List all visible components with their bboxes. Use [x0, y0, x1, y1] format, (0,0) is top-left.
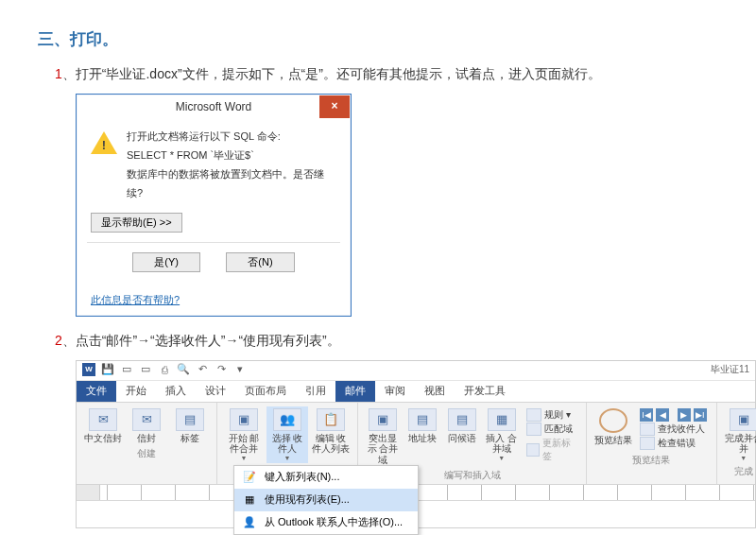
- dialog-line-1: 打开此文档将运行以下 SQL 命令:: [127, 128, 336, 147]
- close-button[interactable]: ×: [319, 95, 350, 118]
- envelope-icon: ✉: [132, 408, 161, 431]
- step-2-text: 、点击“邮件”→“选择收件人”→“使用现有列表”。: [62, 333, 340, 348]
- rules-button[interactable]: 规则 ▾: [526, 408, 576, 422]
- select-recipients-button[interactable]: 👥选择 收件人▼: [266, 406, 308, 463]
- tab-design[interactable]: 设计: [196, 381, 235, 402]
- tab-review[interactable]: 审阅: [375, 381, 415, 402]
- word-titlebar: W 💾 ▭ ▭ ⎙ 🔍 ↶ ↷ ▾ 毕业证11: [77, 361, 755, 381]
- envelope-button[interactable]: ✉信封: [126, 406, 167, 446]
- labels-button[interactable]: ▤标签: [169, 406, 211, 446]
- tab-file[interactable]: 文件: [77, 381, 116, 402]
- print-icon[interactable]: ⎙: [158, 363, 171, 376]
- show-help-button[interactable]: 显示帮助(E) >>: [91, 213, 182, 233]
- chevron-down-icon: ▼: [498, 455, 505, 461]
- save-icon[interactable]: 💾: [101, 363, 114, 376]
- finish-merge-button[interactable]: ▣完成并合并▼: [723, 406, 756, 463]
- start-merge-icon: ▣: [230, 408, 258, 431]
- menu-type-new-list[interactable]: 📝键入新列表(N)...: [234, 466, 418, 489]
- new-icon[interactable]: ▭: [139, 363, 152, 376]
- section-heading: 三、打印。: [38, 28, 718, 50]
- outlook-icon: 👤: [242, 515, 257, 530]
- check-errors-button[interactable]: 检查错误: [640, 437, 707, 450]
- insert-merge-field-button[interactable]: ▦插入 合并域▼: [483, 406, 521, 468]
- group-finish: ▣完成并合并▼ 完成: [717, 403, 756, 485]
- preview-results-icon: [599, 408, 627, 433]
- dialog-title: Microsoft Word: [77, 95, 350, 118]
- dialog-line-3: 数据库中的数据将被放置到文档中。是否继续?: [127, 165, 336, 203]
- yes-button[interactable]: 是(Y): [132, 252, 200, 272]
- highlight-fields-button[interactable]: ▣突出显示 合并域: [364, 406, 402, 468]
- group-preview-label: 预览结果: [632, 454, 670, 467]
- tab-insert[interactable]: 插入: [156, 381, 196, 402]
- group-create-label: 创建: [137, 447, 156, 460]
- group-preview: 预览结果 I◀◀ ▶▶I 查找收件人 检查错误 预览结果: [587, 403, 717, 485]
- find-icon: [640, 423, 655, 436]
- start-mail-merge-button[interactable]: ▣开始 邮件合并▼: [223, 406, 265, 463]
- finish-icon: ▣: [730, 408, 756, 431]
- undo-icon[interactable]: ↶: [196, 363, 209, 376]
- dialog-help-link[interactable]: 此信息是否有帮助?: [77, 289, 350, 315]
- match-fields-button[interactable]: 匹配域: [526, 423, 576, 436]
- chevron-down-icon: ▼: [284, 455, 291, 461]
- highlight-icon: ▣: [369, 408, 397, 431]
- redo-icon[interactable]: ↷: [215, 363, 228, 376]
- tab-view[interactable]: 视图: [415, 381, 455, 402]
- greeting-line-button[interactable]: ▤问候语: [443, 406, 481, 468]
- chinese-envelope-button[interactable]: ✉中文信封: [82, 406, 124, 446]
- insert-field-icon: ▦: [488, 408, 516, 431]
- select-recipients-icon: 👥: [273, 408, 301, 431]
- document-title: 毕业证11: [711, 363, 749, 376]
- step-1-number: 1: [55, 66, 62, 81]
- tab-developer[interactable]: 开发工具: [455, 381, 515, 402]
- no-button[interactable]: 否(N): [226, 252, 294, 272]
- quick-access-toolbar: W 💾 ▭ ▭ ⎙ 🔍 ↶ ↷ ▾: [77, 361, 755, 378]
- chevron-down-icon: ▼: [241, 455, 248, 461]
- edit-recipient-list-button[interactable]: 📋编辑 收件人列表: [310, 406, 352, 463]
- tab-references[interactable]: 引用: [296, 381, 335, 402]
- existing-list-icon: ▦: [242, 492, 257, 508]
- ribbon-tabs: 文件 开始 插入 设计 页面布局 引用 邮件 审阅 视图 开发工具: [77, 381, 755, 402]
- chevron-down-icon: ▼: [740, 455, 747, 461]
- qat-dropdown-icon[interactable]: ▾: [233, 363, 247, 376]
- tab-layout[interactable]: 页面布局: [235, 381, 296, 402]
- address-icon: ▤: [408, 408, 437, 431]
- step-1: 1、打开“毕业证.docx”文件，提示如下，点“是”。还可能有其他提示，试着点，…: [55, 63, 718, 84]
- menu-use-existing-list[interactable]: ▦使用现有列表(E)...: [234, 489, 418, 511]
- tab-home[interactable]: 开始: [116, 381, 156, 402]
- edit-list-icon: 📋: [317, 408, 345, 431]
- word-window: W 💾 ▭ ▭ ⎙ 🔍 ↶ ↷ ▾ 毕业证11 文件 开始 插入 设计 页面布局…: [76, 360, 756, 529]
- address-block-button[interactable]: ▤地址块: [404, 406, 441, 468]
- group-write-label: 编写和插入域: [444, 469, 501, 482]
- step-2: 2、点击“邮件”→“选择收件人”→“使用现有列表”。: [55, 330, 718, 351]
- word-logo-icon: W: [82, 363, 95, 376]
- new-list-icon: 📝: [242, 470, 257, 485]
- update-icon: [526, 443, 541, 457]
- group-finish-label: 完成: [734, 465, 753, 478]
- warning-icon: !: [91, 131, 117, 158]
- word-sql-dialog: Microsoft Word × ! 打开此文档将运行以下 SQL 命令: SE…: [76, 94, 352, 316]
- find-recipient-button[interactable]: 查找收件人: [640, 423, 707, 436]
- tab-mailings[interactable]: 邮件: [335, 381, 375, 402]
- last-record-icon[interactable]: ▶I: [694, 408, 707, 422]
- step-1-text: 、打开“毕业证.docx”文件，提示如下，点“是”。还可能有其他提示，试着点，进…: [62, 66, 601, 81]
- record-nav[interactable]: I◀◀ ▶▶I: [640, 408, 707, 422]
- preview-results-button[interactable]: 预览结果: [593, 406, 634, 452]
- rules-icon: [526, 408, 541, 422]
- ribbon: ✉中文信封 ✉信封 ▤标签 创建 ▣开始 邮件合并▼ 👥选择 收件人▼ 📋编辑 …: [77, 402, 755, 486]
- group-create: ✉中文信封 ✉信封 ▤标签 创建: [77, 403, 217, 485]
- greeting-icon: ▤: [448, 408, 476, 431]
- preview-icon[interactable]: 🔍: [177, 363, 190, 376]
- prev-record-icon[interactable]: ◀: [656, 408, 669, 422]
- menu-outlook-contacts[interactable]: 👤从 Outlook 联系人中选择(O)...: [234, 511, 418, 534]
- match-icon: [526, 423, 541, 436]
- next-record-icon[interactable]: ▶: [678, 408, 691, 422]
- envelope-cn-icon: ✉: [89, 408, 117, 431]
- label-icon: ▤: [176, 408, 204, 431]
- open-icon[interactable]: ▭: [120, 363, 133, 376]
- update-labels-button[interactable]: 更新标签: [526, 437, 576, 463]
- dialog-line-2: SELECT * FROM `毕业证$`: [127, 147, 336, 165]
- dialog-titlebar: Microsoft Word ×: [77, 95, 350, 118]
- first-record-icon[interactable]: I◀: [640, 408, 653, 422]
- check-icon: [640, 437, 655, 450]
- select-recipients-menu: 📝键入新列表(N)... ▦使用现有列表(E)... 👤从 Outlook 联系…: [233, 465, 419, 535]
